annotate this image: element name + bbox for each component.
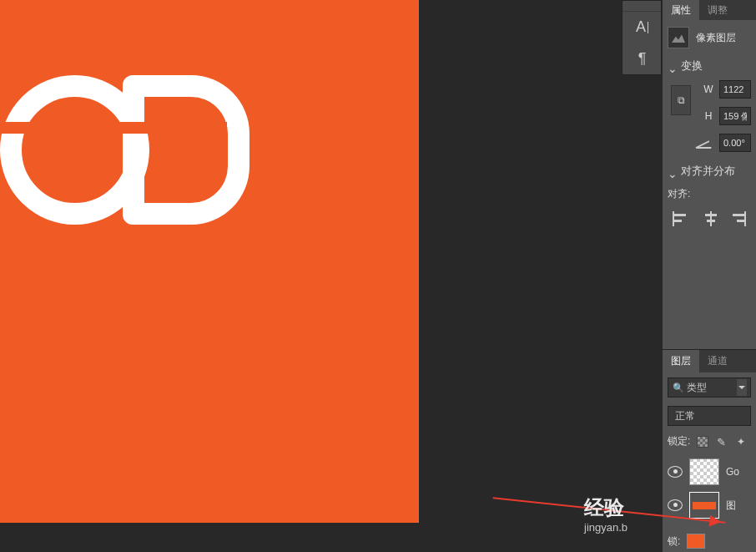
properties-tab-bar: 属性 调整 xyxy=(663,0,756,20)
align-right-button[interactable] xyxy=(731,211,744,226)
rotation-input[interactable] xyxy=(719,134,751,152)
layer-type-label: 像素图层 xyxy=(696,31,736,45)
layer-row[interactable]: Go xyxy=(668,455,751,489)
visibility-eye-icon[interactable] xyxy=(668,466,683,478)
tab-channels[interactable]: 通道 xyxy=(699,350,736,372)
lock-row: 锁定: ✦ xyxy=(663,429,756,453)
chevron-down-icon xyxy=(668,62,676,70)
layers-tab-bar: 图层 通道 xyxy=(663,349,756,372)
align-center-button[interactable] xyxy=(703,211,716,226)
layer-thumbnail[interactable] xyxy=(689,492,719,519)
align-left-button[interactable] xyxy=(674,211,688,226)
tab-properties[interactable]: 属性 xyxy=(663,0,699,20)
layer-name-label[interactable]: Go xyxy=(726,466,739,478)
lock-pixels-icon[interactable] xyxy=(697,436,708,448)
align-label: 对齐: xyxy=(668,187,751,201)
align-section: 对齐: xyxy=(663,182,756,256)
ruler-strip xyxy=(622,1,661,12)
layer-filter-select[interactable]: 🔍 类型 xyxy=(668,377,751,398)
transform-section: ⧉ W H xyxy=(663,77,756,160)
lock-more-icon[interactable]: ✦ xyxy=(737,436,745,448)
rotation-icon xyxy=(696,137,714,149)
lock-brush-icon[interactable] xyxy=(717,436,728,448)
transform-section-header[interactable]: 变换 xyxy=(663,55,756,77)
right-panels: 属性 调整 像素图层 变换 ⧉ W H 对齐并分布 对齐: xyxy=(663,0,756,552)
properties-layer-type: 像素图层 xyxy=(663,20,756,55)
blend-mode-select[interactable]: 正常 xyxy=(668,406,751,426)
lock2-label: 锁: xyxy=(668,534,680,549)
tab-layers[interactable]: 图层 xyxy=(663,350,699,372)
search-icon: 🔍 xyxy=(673,382,684,393)
canvas-content-logo xyxy=(0,75,223,182)
pixel-layer-icon xyxy=(668,27,689,48)
document-canvas[interactable] xyxy=(0,0,419,523)
height-label: H xyxy=(703,110,714,122)
align-section-header[interactable]: 对齐并分布 xyxy=(663,160,756,182)
width-input[interactable] xyxy=(719,80,751,99)
height-input[interactable] xyxy=(719,107,751,125)
watermark: 经验 jingyan.b xyxy=(584,494,627,534)
dropdown-caret-icon xyxy=(737,379,747,396)
layer-filter-row: 🔍 类型 xyxy=(663,372,756,403)
character-panel-icon[interactable]: A xyxy=(622,12,662,43)
logo-letter-d xyxy=(123,75,223,182)
lock-color-swatch[interactable] xyxy=(687,534,705,549)
width-label: W xyxy=(703,84,714,95)
layer-name-label[interactable]: 图 xyxy=(726,499,736,513)
visibility-eye-icon[interactable] xyxy=(668,499,683,511)
lock-row-footer: 锁: xyxy=(663,530,756,552)
layer-row[interactable]: 图 xyxy=(668,489,751,522)
paragraph-panel-icon[interactable]: ¶ xyxy=(622,43,662,74)
tab-adjustments[interactable]: 调整 xyxy=(699,0,736,20)
layer-list: Go 图 xyxy=(663,453,756,530)
blend-mode-row: 正常 xyxy=(663,403,756,429)
aspect-link-button[interactable]: ⧉ xyxy=(671,85,691,115)
type-options-sidebar: A ¶ xyxy=(622,0,662,75)
chevron-down-icon xyxy=(668,167,676,175)
canvas-area[interactable] xyxy=(0,0,622,552)
logo-letter-o xyxy=(0,75,106,182)
layer-thumbnail[interactable] xyxy=(689,458,719,485)
lock-label: 锁定: xyxy=(668,434,690,448)
